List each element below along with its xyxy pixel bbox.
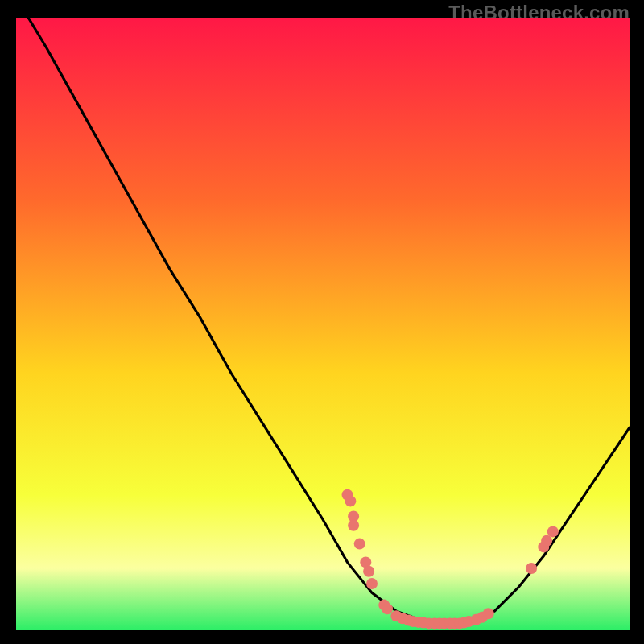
data-marker (354, 539, 365, 550)
bottleneck-chart (16, 18, 630, 630)
data-marker (348, 520, 359, 531)
gradient-background (16, 18, 630, 630)
data-marker (366, 578, 378, 589)
data-marker (526, 563, 537, 574)
data-marker (363, 566, 374, 577)
data-marker (382, 603, 393, 614)
data-marker (541, 535, 552, 547)
chart-container (16, 18, 630, 630)
data-marker (483, 608, 494, 619)
data-marker (345, 495, 356, 506)
data-marker (547, 526, 559, 537)
